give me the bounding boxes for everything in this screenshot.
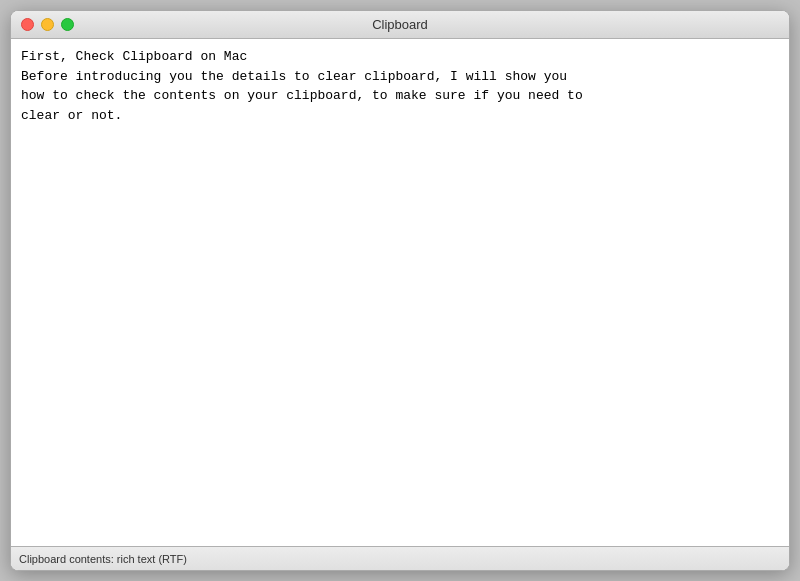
minimize-button[interactable]: [41, 18, 54, 31]
clipboard-text: First, Check Clipboard on Mac Before int…: [21, 47, 779, 125]
title-bar: Clipboard: [11, 11, 789, 39]
status-text: Clipboard contents: rich text (RTF): [19, 553, 187, 565]
window-controls: [21, 18, 74, 31]
close-button[interactable]: [21, 18, 34, 31]
maximize-button[interactable]: [61, 18, 74, 31]
content-area: First, Check Clipboard on Mac Before int…: [11, 39, 789, 546]
status-bar: Clipboard contents: rich text (RTF): [11, 546, 789, 570]
clipboard-window: Clipboard First, Check Clipboard on Mac …: [10, 10, 790, 571]
window-title: Clipboard: [372, 17, 428, 32]
